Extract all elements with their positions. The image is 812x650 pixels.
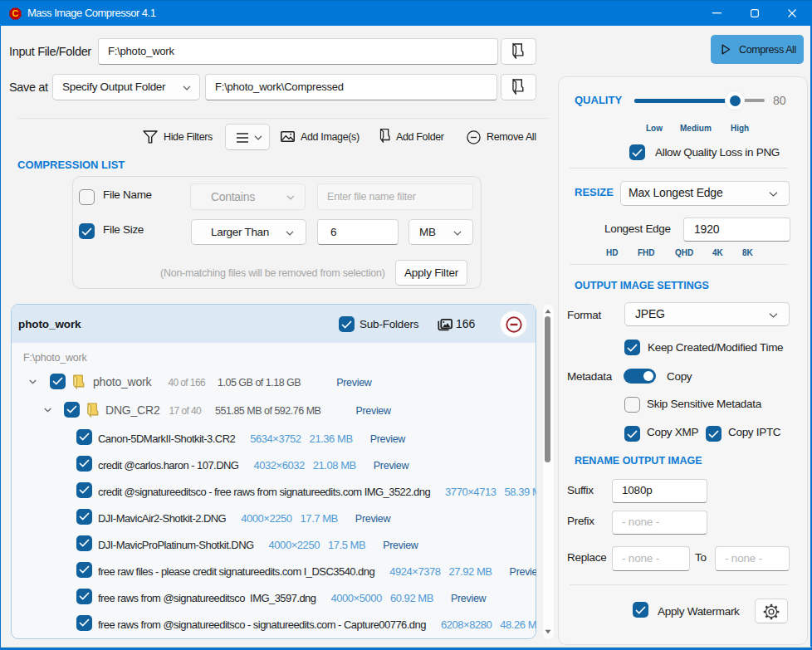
svg-text:C: C xyxy=(12,8,19,18)
